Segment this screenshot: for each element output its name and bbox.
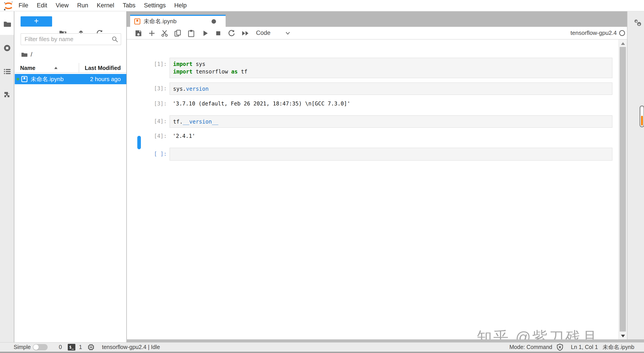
cell-output-text: '2.4.1' [173,132,195,140]
file-browser-panel: + / Name [15,11,127,342]
simple-mode-label: Simple [14,343,31,352]
input-prompt: [3]: [140,85,167,92]
kernel-status-label[interactable]: tensorflow-gpu2.4 | Idle [102,343,160,352]
resource-gauge-fill [641,116,643,126]
filter-files-box [20,33,121,45]
code-line: sys.version [173,85,612,93]
notebook-toolbar: Code tensorflow-gpu2.4 [127,27,628,39]
code-line: import tensorflow as tf [173,68,612,75]
input-prompt: [4]: [140,117,167,125]
bottom-edge-sliver [0,352,644,353]
breadcrumb: / [21,51,32,58]
active-cell-collapser[interactable] [137,136,141,149]
main-dock-panel: 未命名.ipynb [126,11,627,342]
scroll-up-icon[interactable] [621,42,625,45]
scrollbar-thumb[interactable] [620,47,626,332]
menu-view[interactable]: View [52,0,73,11]
sort-ascending-icon[interactable] [54,67,58,69]
command-mode-label[interactable]: Mode: Command [510,343,552,352]
code-line: tf.__version__ [173,118,612,126]
column-divider [79,63,79,72]
column-header-last-modified[interactable]: Last Modified [85,63,121,73]
menu-help[interactable]: Help [170,0,191,11]
left-sidebar-strip [0,11,14,342]
simple-mode-toggle[interactable] [33,344,48,350]
menu-edit[interactable]: Edit [33,0,52,11]
list-icon[interactable] [3,68,11,75]
jupyter-logo-icon [4,1,14,11]
kernel-idle-indicator-icon[interactable] [619,30,625,36]
run-cell-icon[interactable] [202,29,209,37]
cut-cells-icon[interactable] [161,29,168,37]
code-line: import sys [173,60,612,68]
empty-code-cell-input[interactable] [170,148,612,161]
dock-gap [126,339,644,342]
paste-cells-icon[interactable] [188,29,195,37]
property-inspector-gears-icon[interactable] [634,19,642,27]
search-icon [112,36,118,42]
add-cell-icon[interactable] [148,29,156,37]
scroll-down-icon[interactable] [621,335,625,338]
notebook-content: [1]: import sys import tensorflow as tf … [127,39,618,351]
code-cell-input[interactable]: tf.__version__ [170,115,612,128]
extension-manager-icon[interactable] [3,91,11,98]
resource-gauge [640,105,644,127]
file-browser-icon[interactable] [3,20,11,28]
notebook-file-icon [21,76,28,82]
file-last-modified: 2 hours ago [90,74,121,84]
file-list-header: Name Last Modified [15,63,127,73]
menu-kernel[interactable]: Kernel [92,0,118,11]
menu-tabs[interactable]: Tabs [118,0,140,11]
menu-settings[interactable]: Settings [140,0,170,11]
terminal-icon[interactable]: $_ [68,344,75,351]
input-prompt-active: [ ]: [140,150,167,158]
jupyterlab-window: File Edit View Run Kernel Tabs Settings … [0,0,644,353]
code-cell-input[interactable]: sys.version [170,82,612,95]
cursor-position-label[interactable]: Ln 1, Col 1 [571,343,598,352]
unsaved-changes-dot[interactable] [212,19,216,24]
kernel-name-label[interactable]: tensorflow-gpu2.4 [570,27,617,39]
filter-files-input[interactable] [21,36,112,43]
new-launcher-button[interactable]: + [20,16,52,26]
tab-title: 未命名.ipynb [144,16,176,27]
kernel-chip-icon[interactable] [88,344,94,351]
status-bar: Simple 0 $_ 1 tensorflow-gpu2.4 | Idle M… [0,342,644,352]
kernel-running-dot [16,78,19,80]
breadcrumb-root[interactable]: / [31,51,32,58]
tab-bar: 未命名.ipynb [127,11,628,27]
stop-kernel-icon[interactable] [214,29,222,37]
column-header-name[interactable]: Name [20,63,35,73]
output-prompt: [4]: [140,132,167,140]
menu-file[interactable]: File [14,0,33,11]
home-folder-icon[interactable] [21,52,28,57]
trust-shield-icon[interactable] [556,344,563,351]
copy-cells-icon[interactable] [174,29,182,37]
statusbar-filename[interactable]: 未命名.ipynb [603,343,634,352]
run-all-icon[interactable] [242,29,249,37]
menu-bar: File Edit View Run Kernel Tabs Settings … [0,0,644,11]
cell-type-dropdown[interactable]: Code [256,27,270,39]
code-cell-input[interactable]: import sys import tensorflow as tf [170,58,612,78]
chevron-down-icon[interactable] [286,32,290,35]
notebook-scrollbar[interactable] [618,39,627,339]
save-icon[interactable] [134,29,142,37]
file-row-selected[interactable]: 未命名.ipynb 2 hours ago [15,74,127,84]
cell-output-text: '3.7.10 (default, Feb 26 2021, 18:47:35)… [173,100,350,107]
kernels-count[interactable]: 1 [79,343,82,352]
menu-run[interactable]: Run [73,0,92,11]
output-prompt: [3]: [140,100,167,107]
right-sidebar-strip [627,11,644,339]
running-kernels-icon[interactable] [3,44,11,52]
file-name: 未命名.ipynb [31,74,64,84]
input-prompt: [1]: [140,60,167,68]
tab-notebook[interactable]: 未命名.ipynb [130,15,226,27]
restart-kernel-icon[interactable] [228,29,236,37]
terminals-count[interactable]: 0 [59,343,62,352]
toggle-knob [33,345,39,350]
notebook-file-icon [134,18,140,24]
